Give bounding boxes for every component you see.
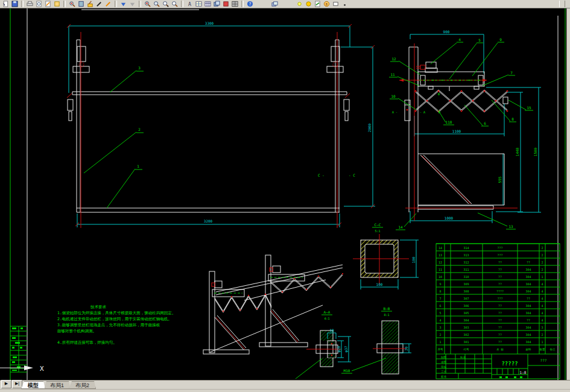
- dim-tube-w: 100: [376, 282, 383, 286]
- layers-icon[interactable]: [270, 1, 279, 8]
- bom-cell: 307: [463, 297, 469, 300]
- toolbar-grip[interactable]: [559, 1, 565, 7]
- pan-icon[interactable]: [143, 1, 152, 8]
- bom-cell: 10: [439, 275, 442, 279]
- tab-layout2[interactable]: 布局2: [69, 381, 96, 389]
- bom-cell: ??: [498, 340, 502, 344]
- tab-layout1[interactable]: 布局1: [43, 381, 71, 389]
- zoom-previous-icon[interactable]: [170, 1, 179, 8]
- balloon-13: 13: [508, 224, 513, 229]
- match-properties-icon[interactable]: [68, 1, 77, 8]
- notes-line: 能够对整个机构调测。: [57, 329, 97, 334]
- layer-properties-icon[interactable]: [212, 1, 221, 8]
- balloon-2: 2: [138, 127, 141, 131]
- toolbar-separator: [115, 1, 117, 7]
- side-unit-view: 900 1100 555 1448 1500 1000: [389, 30, 541, 230]
- zoom-window-icon[interactable]: [161, 1, 170, 8]
- tab-scroll-prev-button[interactable]: ▶: [1, 380, 11, 388]
- notes-title: 技术要求: [90, 305, 107, 309]
- paintbrush-icon[interactable]: [86, 1, 95, 8]
- title-block-label: 标准: [440, 375, 447, 379]
- bom-cell: 304: [525, 333, 531, 337]
- title-block-label: 工艺: [441, 370, 447, 373]
- sheet-icon[interactable]: [52, 1, 62, 8]
- section-mark-b-down: B: [439, 110, 440, 114]
- sun-icon[interactable]: [304, 1, 313, 8]
- drawing-viewport[interactable]: 3300 2000 3200: [0, 8, 570, 380]
- bom-header-cell: 备注: [550, 348, 556, 351]
- pencil-orange-icon[interactable]: [104, 1, 113, 8]
- bom-cell: 4: [541, 318, 543, 322]
- bom-cell: ??: [498, 304, 502, 308]
- model-space-canvas[interactable]: 3300 2000 3200: [0, 8, 570, 380]
- dim-ticks: [67, 24, 375, 226]
- toolbar-separator: [21, 1, 24, 7]
- tube-section-view: C—C 5:1 100 100: [353, 223, 419, 289]
- bom-cell: 301: [463, 340, 469, 344]
- help-icon[interactable]: ?: [245, 1, 255, 8]
- technical-notes: 技术要求 1.侧梁始部位为焊接连接，具体尺寸根据最大面，驱动柱四周固定。2.电机…: [57, 305, 176, 345]
- new-icon[interactable]: [1, 1, 10, 8]
- pencil-dark-icon[interactable]: [95, 1, 104, 8]
- bom-cell: 4: [541, 297, 543, 300]
- bulb-icon[interactable]: [295, 1, 304, 8]
- dot-icon[interactable]: [340, 1, 349, 8]
- toolbar-separator: [181, 1, 183, 7]
- bom-cell: 3: [439, 326, 441, 329]
- scissor-joints: [407, 90, 508, 112]
- vertical-scrollbar[interactable]: [566, 8, 570, 380]
- bom-cell: 4: [541, 311, 543, 315]
- coin-icon[interactable]: B: [322, 1, 331, 8]
- zoom-realtime-icon[interactable]: [152, 1, 161, 8]
- plot-icon[interactable]: [25, 1, 34, 8]
- bom-cell: 1: [439, 340, 441, 344]
- dim-right-v2: 1500: [533, 147, 537, 156]
- bom-cell: ??: [498, 318, 502, 322]
- bom-header-cell: 名 称: [496, 348, 504, 351]
- bom-cell: 2: [541, 246, 543, 250]
- dim-style-icon[interactable]: [194, 1, 203, 8]
- section-mark-a-right: - A: [420, 110, 425, 114]
- balloon-7: 7: [510, 71, 513, 75]
- bom-cell: ???: [497, 297, 502, 300]
- undo-icon[interactable]: [119, 1, 128, 8]
- layout-tab-bar: ▶ ▶| 模型 布局1 布局2: [0, 380, 570, 389]
- notes-line: 4.所有焊缝连接可靠，焊接均匀。: [57, 340, 117, 345]
- cad-application-window: { "toolbar": { "groups": [ ["new-icon","…: [0, 0, 570, 392]
- notes-line: 2.电机通过支件带动丝杠，滚珠丝同，用于安装传动丝杠轴电机。: [57, 317, 172, 321]
- block-icon[interactable]: [77, 1, 86, 8]
- publish-icon[interactable]: [43, 1, 52, 8]
- tab-scroll-next-button[interactable]: ▶|: [12, 380, 22, 388]
- tab-model[interactable]: 模型: [21, 381, 45, 389]
- table-icon[interactable]: [230, 1, 239, 8]
- table-style-icon[interactable]: [203, 1, 212, 8]
- bom-header-cell: 材料: [525, 348, 532, 352]
- bom-cell: ??: [527, 297, 530, 300]
- bom-cell: 9: [439, 282, 441, 286]
- bom-cell: 309: [463, 282, 469, 286]
- dim-front-right: 2000: [367, 123, 372, 132]
- section-mark-c-left: C -: [318, 173, 325, 177]
- redo-icon[interactable]: [128, 1, 137, 8]
- dim-b-d: 20: [404, 346, 408, 351]
- balloon-11: 11: [390, 72, 395, 77]
- bom-cell: 311: [463, 268, 469, 271]
- bom-cell: 1: [541, 275, 543, 279]
- save-icon[interactable]: [10, 1, 19, 8]
- page-arrow-icon[interactable]: [313, 1, 322, 8]
- balloon-8: 8: [511, 117, 514, 121]
- leader-118: 118: [446, 120, 452, 124]
- bom-cell: ???: [497, 253, 502, 257]
- layer-states-icon[interactable]: [221, 1, 230, 8]
- box-icon[interactable]: [331, 1, 340, 8]
- dim-a-top: 10: [329, 328, 334, 332]
- balloon-9: 9: [499, 37, 502, 42]
- dim-right-v1: 1448: [515, 147, 519, 156]
- bom-cell: ??: [498, 333, 502, 337]
- balloon-10: 10: [391, 94, 396, 98]
- section-mark-a-left: A -: [392, 110, 397, 114]
- text-style-icon[interactable]: A: [185, 1, 194, 8]
- toolbar-separator: [63, 1, 66, 7]
- bom-cell: ??: [498, 275, 502, 279]
- plot-preview-icon[interactable]: [34, 1, 43, 8]
